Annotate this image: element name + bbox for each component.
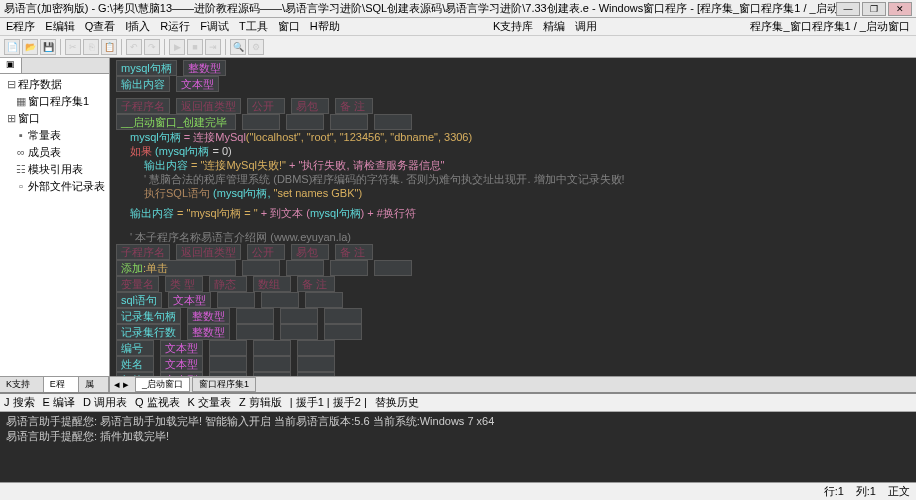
- tree-item-winset[interactable]: ▦窗口程序集1: [2, 93, 107, 110]
- tree-item-const[interactable]: ▪常量表: [2, 127, 107, 144]
- window-title: 易语言(加密狗版) - G:\拷贝\慧脑13——进阶教程源码——\易语言学习进阶…: [4, 1, 836, 16]
- var-row: 编号文本型: [116, 340, 910, 356]
- editor-pane: mysql句柄整数型 输出内容文本型 子程序名返回值类型公开易包备 注 __启动…: [110, 58, 916, 392]
- sidebar-tab-1[interactable]: ▣: [0, 58, 22, 73]
- menu-call[interactable]: 调用: [573, 19, 599, 34]
- menu-edit[interactable]: E编辑: [43, 19, 76, 34]
- toolbar: 📄 📂 💾 ✂ ⎘ 📋 ↶ ↷ ▶ ■ ⇥ 🔍 ⚙: [0, 36, 916, 58]
- menu-window[interactable]: 窗口: [276, 19, 302, 34]
- tool-open-icon[interactable]: 📂: [22, 39, 38, 55]
- btool-history[interactable]: 替换历史: [375, 395, 419, 410]
- tree-root[interactable]: ⊟程序数据: [2, 76, 107, 93]
- file-icon: ▫: [16, 180, 26, 192]
- status-mode: 正文: [888, 484, 910, 499]
- var-row: 姓名文本型: [116, 356, 910, 372]
- var-row: 记录集行数整数型: [116, 324, 910, 340]
- folder-icon: ⊟: [6, 78, 16, 91]
- menu-program[interactable]: E程序: [4, 19, 37, 34]
- breadcrumb: 程序集_窗口程序集1 / _启动窗口: [748, 19, 912, 34]
- var-name: mysql句柄: [116, 60, 177, 76]
- tool-undo-icon[interactable]: ↶: [126, 39, 142, 55]
- sidebar-btab-props[interactable]: 属性: [79, 377, 109, 392]
- btool-compile[interactable]: E 编译: [43, 395, 75, 410]
- comment: ' 本子程序名称易语言介绍网 (www.eyuyan.la): [116, 230, 910, 244]
- menu-debug[interactable]: F调试: [198, 19, 231, 34]
- comment: ' 慧脑合法的税库管理系统 (DBMS)程序编码的字符集. 否则为难句执交址出现…: [116, 172, 910, 186]
- menu-help[interactable]: H帮助: [308, 19, 342, 34]
- tool-cut-icon[interactable]: ✂: [65, 39, 81, 55]
- btool-watch[interactable]: Q 监视表: [135, 395, 180, 410]
- btool-calltable[interactable]: D 调用表: [83, 395, 127, 410]
- tree-item-member[interactable]: ∞成员表: [2, 144, 107, 161]
- tool-copy-icon[interactable]: ⎘: [83, 39, 99, 55]
- const-icon: ▪: [16, 129, 26, 141]
- var-header-row: 变量名类 型静态数组备 注: [116, 276, 910, 292]
- menu-insert[interactable]: I插入: [123, 19, 152, 34]
- tool-stop-icon[interactable]: ■: [187, 39, 203, 55]
- tool-redo-icon[interactable]: ↷: [144, 39, 160, 55]
- sub-header-row: 子程序名返回值类型公开易包备 注: [116, 98, 910, 114]
- output-line: 易语言助手提醒您: 插件加载完毕!: [6, 429, 910, 444]
- menu-compile[interactable]: 精编: [541, 19, 567, 34]
- menu-tools[interactable]: T工具: [237, 19, 270, 34]
- window-controls: — ❐ ✕: [836, 2, 912, 16]
- statusbar: 行:1 列:1 正文: [0, 482, 916, 500]
- tree-item-window[interactable]: ⊞窗口: [2, 110, 107, 127]
- output-line: 易语言助手提醒您: 易语言助手加载完毕! 智能输入开启 当前易语言版本:5.6 …: [6, 414, 910, 429]
- var-type: 文本型: [176, 76, 219, 92]
- tool-run-icon[interactable]: ▶: [169, 39, 185, 55]
- status-line: 行:1: [824, 484, 844, 499]
- tool-paste-icon[interactable]: 📋: [101, 39, 117, 55]
- sidebar-btab-program[interactable]: E程序: [44, 377, 79, 392]
- sidebar-btab-support[interactable]: K支持库: [0, 377, 44, 392]
- tool-settings-icon[interactable]: ⚙: [248, 39, 264, 55]
- menu-support[interactable]: K支持库: [491, 19, 535, 34]
- tool-save-icon[interactable]: 💾: [40, 39, 56, 55]
- var-type: 整数型: [183, 60, 226, 76]
- maximize-button[interactable]: ❐: [862, 2, 886, 16]
- output-console[interactable]: 易语言助手提醒您: 易语言助手加载完毕! 智能输入开启 当前易语言版本:5.6 …: [0, 412, 916, 482]
- menubar: E程序 E编辑 Q查看 I插入 R运行 F调试 T工具 窗口 H帮助 K支持库 …: [0, 18, 916, 36]
- tree-item-external[interactable]: ▫外部文件记录表: [2, 178, 107, 195]
- tool-new-icon[interactable]: 📄: [4, 39, 20, 55]
- btool-clip[interactable]: Z 剪辑版: [239, 395, 282, 410]
- main-area: ▣ ⊟程序数据 ▦窗口程序集1 ⊞窗口 ▪常量表 ∞成员表 ☷模块引用表 ▫外部…: [0, 58, 916, 392]
- minimize-button[interactable]: —: [836, 2, 860, 16]
- member-icon: ∞: [16, 146, 26, 158]
- menu-run[interactable]: R运行: [158, 19, 192, 34]
- sub-header-row: 子程序名返回值类型公开易包备 注: [116, 244, 910, 260]
- project-tree: ⊟程序数据 ▦窗口程序集1 ⊞窗口 ▪常量表 ∞成员表 ☷模块引用表 ▫外部文件…: [0, 74, 109, 376]
- close-button[interactable]: ✕: [888, 2, 912, 16]
- var-row: 年龄文本型: [116, 372, 910, 376]
- bottom-toolbar: J 搜索 E 编译 D 调用表 Q 监视表 K 交量表 Z 剪辑版 | 援手1 …: [0, 394, 916, 412]
- sub-name: __启动窗口_创建完毕: [116, 114, 236, 130]
- btool-search[interactable]: J 搜索: [4, 395, 35, 410]
- sidebar-bottom-tabs: K支持库 E程序 属性: [0, 376, 109, 392]
- var-row: sql语句文本型: [116, 292, 910, 308]
- sidebar-top-tabs: ▣: [0, 58, 109, 74]
- bottom-panel: J 搜索 E 编译 D 调用表 Q 监视表 K 交量表 Z 剪辑版 | 援手1 …: [0, 392, 916, 482]
- editor-tab-startup[interactable]: _启动窗口: [135, 377, 190, 392]
- expand-icon: ⊞: [6, 112, 16, 125]
- btool-help[interactable]: | 援手1 | 援手2 |: [290, 395, 367, 410]
- code-editor[interactable]: mysql句柄整数型 输出内容文本型 子程序名返回值类型公开易包备 注 __启动…: [110, 58, 916, 376]
- window-titlebar: 易语言(加密狗版) - G:\拷贝\慧脑13——进阶教程源码——\易语言学习进阶…: [0, 0, 916, 18]
- tool-step-icon[interactable]: ⇥: [205, 39, 221, 55]
- menu-view[interactable]: Q查看: [83, 19, 118, 34]
- tree-item-moduleref[interactable]: ☷模块引用表: [2, 161, 107, 178]
- var-row: 记录集句柄整数型: [116, 308, 910, 324]
- var-name: 输出内容: [116, 76, 170, 92]
- btool-vars[interactable]: K 交量表: [188, 395, 231, 410]
- editor-tab-winset[interactable]: 窗口程序集1: [192, 377, 256, 392]
- sidebar: ▣ ⊟程序数据 ▦窗口程序集1 ⊞窗口 ▪常量表 ∞成员表 ☷模块引用表 ▫外部…: [0, 58, 110, 392]
- status-col: 列:1: [856, 484, 876, 499]
- editor-tabs: ◂ ▸ _启动窗口 窗口程序集1: [110, 376, 916, 392]
- module-icon: ▦: [16, 95, 26, 108]
- tool-search-icon[interactable]: 🔍: [230, 39, 246, 55]
- ref-icon: ☷: [16, 163, 26, 176]
